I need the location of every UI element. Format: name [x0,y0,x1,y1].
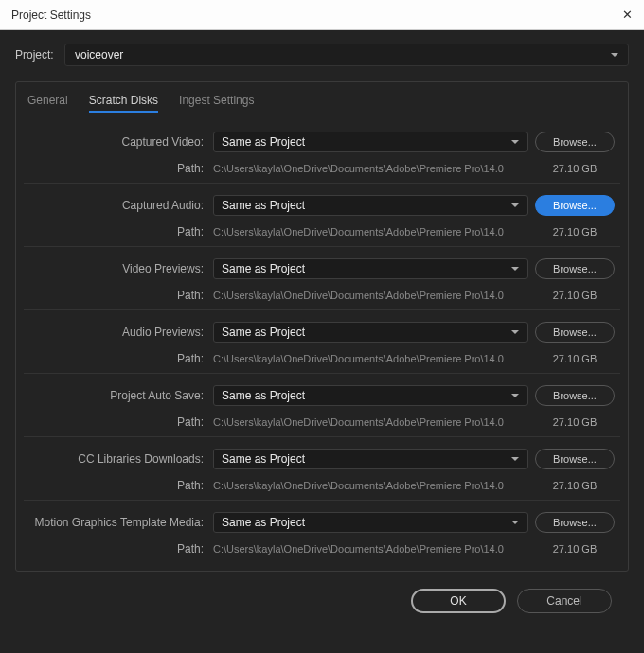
cancel-button[interactable]: Cancel [517,589,612,613]
chevron-down-icon [511,203,519,207]
select-value: Same as Project [222,452,305,466]
section-label: Captured Audio: [29,199,206,212]
select-value: Same as Project [222,199,305,212]
scratch-disk-section: Motion Graphics Template Media: Same as … [24,500,620,563]
browse-button[interactable]: Browse... [535,449,615,469]
size-value: 27.10 GB [535,480,615,491]
dialog-body: Project: voiceover General Scratch Disks… [0,30,644,627]
path-value: C:\Users\kayla\OneDrive\Documents\Adobe\… [213,353,528,364]
scratch-disk-section: Captured Audio: Same as Project Browse..… [24,183,620,246]
location-select[interactable]: Same as Project [213,385,528,406]
project-value: voiceover [75,48,123,62]
chevron-down-icon [511,394,519,397]
size-value: 27.10 GB [535,416,615,428]
section-row-main: Project Auto Save: Same as Project Brows… [29,385,615,406]
select-value: Same as Project [222,262,305,275]
path-value: C:\Users\kayla\OneDrive\Documents\Adobe\… [213,543,528,555]
section-label: Project Auto Save: [29,389,206,402]
tabs: General Scratch Disks Ingest Settings [16,82,628,120]
section-row-path: Path: C:\Users\kayla\OneDrive\Documents\… [29,415,615,429]
path-label: Path: [29,415,206,429]
ok-button[interactable]: OK [411,589,506,613]
size-value: 27.10 GB [535,353,615,364]
browse-button[interactable]: Browse... [535,512,615,533]
browse-button[interactable]: Browse... [535,322,615,343]
section-row-path: Path: C:\Users\kayla\OneDrive\Documents\… [29,479,615,492]
path-value: C:\Users\kayla\OneDrive\Documents\Adobe\… [213,416,528,428]
path-label: Path: [29,225,206,238]
project-label: Project: [15,48,55,62]
scratch-disk-section: Project Auto Save: Same as Project Brows… [24,373,620,436]
select-value: Same as Project [222,326,305,339]
browse-button[interactable]: Browse... [535,385,615,406]
tab-ingest-settings[interactable]: Ingest Settings [179,94,254,113]
sections: Captured Video: Same as Project Browse..… [16,120,628,563]
tab-general[interactable]: General [27,94,68,113]
window-title: Project Settings [11,9,91,22]
chevron-down-icon [511,330,519,334]
chevron-down-icon [511,140,519,144]
path-label: Path: [29,162,206,175]
size-value: 27.10 GB [535,543,615,555]
select-value: Same as Project [222,516,305,529]
path-value: C:\Users\kayla\OneDrive\Documents\Adobe\… [213,226,528,238]
chevron-down-icon [511,457,519,461]
select-value: Same as Project [222,135,305,149]
path-label: Path: [29,542,206,556]
section-label: Audio Previews: [29,326,206,339]
chevron-down-icon [611,53,618,57]
section-label: Video Previews: [29,262,206,275]
scratch-disk-section: Audio Previews: Same as Project Browse..… [24,309,620,373]
chevron-down-icon [511,267,519,271]
browse-button[interactable]: Browse... [535,258,615,279]
section-row-main: CC Libraries Downloads: Same as Project … [29,449,615,469]
size-value: 27.10 GB [535,163,615,174]
scratch-disk-section: Video Previews: Same as Project Browse..… [24,246,620,309]
path-value: C:\Users\kayla\OneDrive\Documents\Adobe\… [213,290,528,301]
location-select[interactable]: Same as Project [213,322,528,343]
scratch-disk-section: CC Libraries Downloads: Same as Project … [24,436,620,500]
section-row-main: Video Previews: Same as Project Browse..… [29,258,615,279]
section-row-path: Path: C:\Users\kayla\OneDrive\Documents\… [29,352,615,365]
project-select[interactable]: voiceover [64,44,629,66]
browse-button[interactable]: Browse... [535,132,615,152]
path-value: C:\Users\kayla\OneDrive\Documents\Adobe\… [213,480,528,491]
size-value: 27.10 GB [535,290,615,301]
path-label: Path: [29,352,206,365]
dialog-footer: OK Cancel [15,572,629,627]
project-row: Project: voiceover [15,44,629,66]
path-value: C:\Users\kayla\OneDrive\Documents\Adobe\… [213,163,528,174]
section-row-main: Motion Graphics Template Media: Same as … [29,512,615,533]
size-value: 27.10 GB [535,226,615,238]
location-select[interactable]: Same as Project [213,449,528,469]
section-label: Captured Video: [29,135,206,149]
scratch-disk-section: Captured Video: Same as Project Browse..… [24,120,620,183]
section-row-path: Path: C:\Users\kayla\OneDrive\Documents\… [29,542,615,556]
path-label: Path: [29,289,206,302]
close-icon[interactable]: ✕ [622,9,633,21]
tabs-container: General Scratch Disks Ingest Settings Ca… [15,81,629,572]
location-select[interactable]: Same as Project [213,258,528,279]
tab-scratch-disks[interactable]: Scratch Disks [89,94,158,113]
location-select[interactable]: Same as Project [213,132,528,152]
section-row-path: Path: C:\Users\kayla\OneDrive\Documents\… [29,289,615,302]
location-select[interactable]: Same as Project [213,195,528,216]
location-select[interactable]: Same as Project [213,512,528,533]
titlebar: Project Settings ✕ [0,0,644,30]
section-row-main: Captured Audio: Same as Project Browse..… [29,195,615,216]
section-row-path: Path: C:\Users\kayla\OneDrive\Documents\… [29,225,615,238]
section-row-main: Captured Video: Same as Project Browse..… [29,132,615,152]
section-label: CC Libraries Downloads: [29,452,206,466]
chevron-down-icon [511,521,519,524]
section-row-path: Path: C:\Users\kayla\OneDrive\Documents\… [29,162,615,175]
path-label: Path: [29,479,206,492]
select-value: Same as Project [222,389,305,402]
section-label: Motion Graphics Template Media: [29,516,206,529]
section-row-main: Audio Previews: Same as Project Browse..… [29,322,615,343]
browse-button[interactable]: Browse... [535,195,615,216]
